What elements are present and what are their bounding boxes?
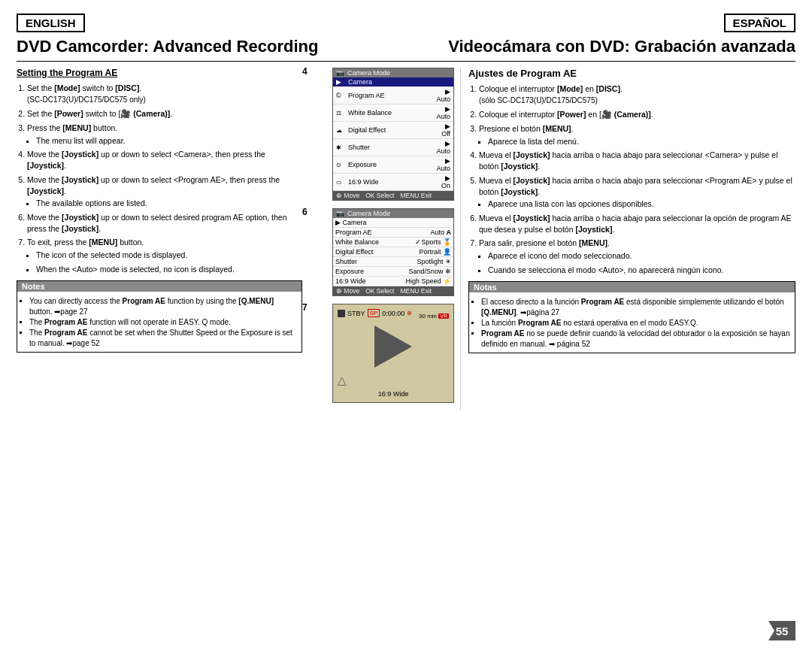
footer-select-6: OK Select xyxy=(365,287,394,295)
es-step-6: Mueva el [Joystick] hacia arriba o hacia… xyxy=(479,213,795,235)
row-label: 16:9 Wide xyxy=(345,174,433,191)
header-row: ENGLISH ESPAÑOL xyxy=(17,14,795,32)
footer-menu: MENU Exit xyxy=(400,192,432,199)
opt-label: Shutter xyxy=(333,257,392,267)
diagram-6-wrap: 6 📷 Camera Mode ▶ Camera Program AE A xyxy=(316,208,454,296)
step-5-bullet: The available options are listed. xyxy=(36,198,302,209)
opt-row-ex: Exposure Sand/Snow ❄ xyxy=(333,267,453,277)
opt-label: Exposure xyxy=(333,267,392,277)
title-english: DVD Camcorder: Advanced Recording xyxy=(17,37,318,56)
footer-select: OK Select xyxy=(365,192,394,199)
row-label: Program AE xyxy=(345,87,433,104)
row-label: White Balance xyxy=(345,104,433,122)
es-step-4: Mueva el [Joystick] hacia arriba o hacia… xyxy=(479,150,795,171)
row-icon: ☁ xyxy=(333,122,345,139)
spanish-column: Ajustes de Program AE Coloque el interru… xyxy=(460,68,795,410)
row-icon: ✱ xyxy=(333,139,345,156)
vf-sp: SP xyxy=(368,309,380,317)
row-label: Shutter xyxy=(345,139,433,156)
row-arrow: ▶ Auto xyxy=(433,139,453,156)
opt-row-camera: ▶ Camera xyxy=(333,218,453,228)
diagram-6: 📷 Camera Mode ▶ Camera Program AE Auto A xyxy=(332,208,454,296)
menu-row-camera: ▶ Camera xyxy=(333,77,453,87)
opt-row-de: Digital Effect Portrait 👤 xyxy=(333,247,453,257)
es-step-3-bullet: Aparece la lista del menú. xyxy=(488,136,795,147)
note-1: You can directly access the Program AE f… xyxy=(29,296,297,317)
lang-english: ENGLISH xyxy=(17,14,85,32)
row-label: Exposure xyxy=(345,156,433,174)
vf-rec-indicator: STBY SP 0:00:00 ⊕ xyxy=(338,309,412,317)
diagram-4-wrap: 4 📷 Camera Mode ▶ Camera © xyxy=(316,68,454,201)
step-5: Move the [Joystick] up or down to select… xyxy=(27,174,302,209)
opt-label: 16:9 Wide xyxy=(333,277,392,286)
es-step-7-bullet-2: Cuando se selecciona el modo <Auto>, no … xyxy=(488,265,795,276)
spanish-section-title: Ajustes de Program AE xyxy=(468,68,795,79)
cam-mode-label: Camera Mode xyxy=(347,69,390,77)
row-arrow: ▶ Auto xyxy=(433,104,453,122)
diagram-4-footer: ⊕ Move OK Select MENU Exit xyxy=(333,191,453,200)
title-spanish: Videocámara con DVD: Grabación avanzada xyxy=(448,37,795,56)
step-4: Move the [Joystick] up or down to select… xyxy=(27,149,302,171)
row-arrow: ▶ On xyxy=(433,174,453,191)
menu-row-exp: ⊙ Exposure ▶ Auto xyxy=(333,156,453,174)
notas-content: El acceso directo a la función Program A… xyxy=(469,292,795,353)
english-column: Setting the Program AE Set the [Mode] sw… xyxy=(17,68,310,410)
english-steps: Set the [Mode] switch to [DISC]. (SC-DC1… xyxy=(17,83,302,274)
vf-remain-text: 30 min xyxy=(419,313,437,319)
row-icon: ▭ xyxy=(333,174,345,191)
opt-row-sh: Shutter Spotlight ☀ xyxy=(333,257,453,267)
play-triangle xyxy=(374,326,412,368)
opt-right: Auto A xyxy=(392,228,453,238)
opt-label: Program AE xyxy=(333,228,392,238)
es-step-3: Presione el botón [MENU]. Aparece la lis… xyxy=(479,123,795,147)
rec-icon xyxy=(338,310,345,317)
opt-row-wb: White Balance ✓Sports 🏅 xyxy=(333,238,453,247)
es-step-7: Para salir, presione el botón [MENU]. Ap… xyxy=(479,238,795,275)
row-icon: © xyxy=(333,87,345,104)
opt-right: Spotlight ☀ xyxy=(392,257,453,267)
es-step-2: Coloque el interruptor [Power] en [🎥 (Ca… xyxy=(479,109,795,120)
notas-box: Notas El acceso directo a la función Pro… xyxy=(468,281,795,353)
diagram-4: 📷 Camera Mode ▶ Camera © Program AE ▶ Au… xyxy=(332,68,454,201)
nota-3: Program AE no se puede definir cuando la… xyxy=(481,329,790,350)
opt-label: White Balance xyxy=(333,238,392,247)
menu-row-label: Camera xyxy=(345,77,433,87)
es-step-1: Coloque el interruptor [Mode] en [DISC].… xyxy=(479,83,795,106)
menu-row-de: ☁ Digital Effect ▶ Off xyxy=(333,122,453,139)
opt-right: Portrait 👤 xyxy=(392,247,453,257)
spanish-steps: Coloque el interruptor [Mode] en [DISC].… xyxy=(468,83,795,275)
opt-right xyxy=(392,218,453,228)
notes-box: Notes You can directly access the Progra… xyxy=(17,280,302,353)
step-num-7: 7 xyxy=(302,302,308,313)
menu-row-icon: ▶ xyxy=(333,77,345,87)
vf-stby: STBY xyxy=(347,310,365,317)
opt-row-wide: 16:9 Wide High Speed ⚡ xyxy=(333,277,453,286)
notes-content: You can directly access the Program AE f… xyxy=(17,292,301,352)
step-1: Set the [Mode] switch to [DISC]. (SC-DC1… xyxy=(27,83,302,105)
menu-table-4: ▶ Camera © Program AE ▶ Auto ⚖ White Bal… xyxy=(333,77,453,191)
nota-1: El acceso directo a la función Program A… xyxy=(481,297,790,318)
lang-espanol: ESPAÑOL xyxy=(724,14,795,32)
opt-row-pae: Program AE Auto A xyxy=(333,228,453,238)
menu-row-wide: ▭ 16:9 Wide ▶ On xyxy=(333,174,453,191)
opt-right: Sand/Snow ❄ xyxy=(392,267,453,277)
step-7-bullet-2: When the <Auto> mode is selected, no ico… xyxy=(36,264,302,275)
menu-row-value xyxy=(433,77,453,87)
row-icon: ⚖ xyxy=(333,104,345,122)
notes-title: Notes xyxy=(17,281,301,292)
step-6: Move the [Joystick] up or down to select… xyxy=(27,212,302,234)
row-arrow: ▶ Off xyxy=(433,122,453,139)
notas-title: Notas xyxy=(469,282,795,292)
menu-row-wb: ⚖ White Balance ▶ Auto xyxy=(333,104,453,122)
step-3: Press the [MENU] button. The menu list w… xyxy=(27,123,302,146)
diagram-4-header: 📷 Camera Mode xyxy=(333,68,453,77)
opt-label: Digital Effect xyxy=(333,247,392,257)
title-row: DVD Camcorder: Advanced Recording Videoc… xyxy=(17,37,795,62)
nota-2: La función Program AE no estará operativ… xyxy=(481,318,790,329)
es-step-5: Mueva el [Joystick] hacia arriba o hacia… xyxy=(479,175,795,210)
opt-table-6: ▶ Camera Program AE Auto A White Balance… xyxy=(333,218,453,286)
vf-label: 16:9 Wide xyxy=(338,390,449,398)
vf-rec-symbol: ⊕ xyxy=(407,310,412,316)
vf-time: 0:00:00 xyxy=(382,310,404,317)
main-content: Setting the Program AE Set the [Mode] sw… xyxy=(17,68,795,410)
